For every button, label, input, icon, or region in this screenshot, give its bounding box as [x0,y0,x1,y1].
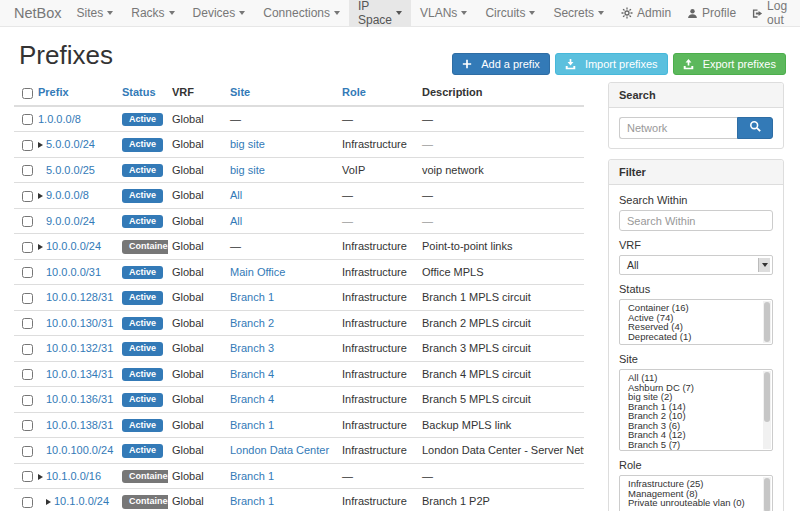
navbar-right-items: AdminProfileLog out [613,0,800,26]
site-link[interactable]: big site [230,164,265,176]
site-link[interactable]: All [230,215,242,227]
export-prefixes-button[interactable]: Export prefixes [673,53,786,75]
prefix-link[interactable]: 1.0.0.0/8 [38,113,81,125]
column-header-prefix[interactable]: Prefix [34,82,118,106]
description-value: — [422,113,433,125]
scrollbar-thumb[interactable] [764,372,770,422]
role-filter-listbox[interactable]: Infrastructure (25)Management (8)Private… [619,475,773,511]
vrf-value: Global [172,138,204,150]
role-value: — [342,189,353,201]
site-link[interactable]: Branch 2 [230,317,274,329]
status-badge: Active [122,368,163,382]
row-checkbox[interactable] [22,140,33,151]
nav-item-profile[interactable]: Profile [679,0,744,26]
row-checkbox[interactable] [22,293,33,304]
row-checkbox[interactable] [22,420,33,431]
row-checkbox[interactable] [22,446,33,457]
navbar-brand[interactable]: NetBox [0,0,68,26]
search-button[interactable] [737,117,773,139]
vrf-cell: Global [168,310,226,336]
site-link[interactable]: Branch 1 [230,470,274,482]
nav-item-racks[interactable]: Racks [122,0,183,26]
row-checkbox[interactable] [22,191,33,202]
site-link[interactable]: Branch 1 [230,495,274,507]
column-header-link[interactable]: Prefix [38,86,69,98]
listbox-option[interactable]: Private unrouteable vlan (0) [620,498,772,508]
site-link[interactable]: Main Office [230,266,285,278]
site-link[interactable]: London Data Center [230,444,329,456]
nav-item-vlans[interactable]: VLANs [411,0,476,26]
site-link[interactable]: Branch 1 [230,291,274,303]
nav-item-secrets[interactable]: Secrets [544,0,613,26]
nav-item-devices[interactable]: Devices [184,0,255,26]
scrollbar-thumb[interactable] [764,302,770,342]
listbox-scrollbar[interactable] [763,301,771,343]
nav-item-connections[interactable]: Connections [254,0,349,26]
scrollbar-thumb[interactable] [764,478,770,511]
prefix-link[interactable]: 10.1.0.0/24 [54,495,109,507]
nav-item-sites[interactable]: Sites [68,0,123,26]
row-checkbox[interactable] [22,242,33,253]
row-checkbox[interactable] [22,497,33,508]
add-a-prefix-button[interactable]: Add a prefix [452,53,550,75]
listbox-scrollbar[interactable] [763,371,771,449]
row-checkbox[interactable] [22,318,33,329]
description-cell: Branch 3 MPLS circuit [418,336,584,362]
column-header-role[interactable]: Role [338,82,418,106]
prefix-link[interactable]: 9.0.0.0/8 [46,189,89,201]
nav-item-circuits[interactable]: Circuits [476,0,544,26]
prefix-link[interactable]: 10.0.0.136/31 [46,393,113,405]
table-row: 9.0.0.0/24ActiveGlobalAll—— [14,208,584,234]
column-header-status[interactable]: Status [118,82,168,106]
prefix-link[interactable]: 10.0.0.128/31 [46,291,113,303]
description-cell: Branch 2 MPLS circuit [418,310,584,336]
prefix-link[interactable]: 10.0.0.130/31 [46,317,113,329]
search-within-input[interactable] [619,210,773,231]
row-checkbox[interactable] [22,216,33,227]
status-filter-listbox[interactable]: Container (16)Active (74)Reserved (4)Dep… [619,299,773,345]
column-header-link[interactable]: Status [122,86,156,98]
nav-item-ip-space[interactable]: IP Space [349,0,411,26]
status-cell: Active [118,412,168,438]
site-link[interactable]: Branch 4 [230,393,274,405]
column-header-link[interactable]: Role [342,86,366,98]
row-checkbox[interactable] [22,395,33,406]
column-header-link[interactable]: Site [230,86,250,98]
row-checkbox[interactable] [22,114,33,125]
site-link[interactable]: All [230,189,242,201]
nav-item-log-out[interactable]: Log out [744,0,795,26]
site-link[interactable]: Branch 4 [230,368,274,380]
status-cell: Active [118,285,168,311]
select-all-checkbox[interactable] [22,88,33,99]
column-header-site[interactable]: Site [226,82,338,106]
prefix-link[interactable]: 10.0.0.134/31 [46,368,113,380]
site-filter-listbox[interactable]: All (11)Ashburn DC (7)big site (2)Branch… [619,369,773,451]
prefix-link[interactable]: 5.0.0.0/24 [46,138,95,150]
search-panel-title: Search [609,83,783,108]
prefix-link[interactable]: 10.0.0.0/31 [46,266,101,278]
search-input[interactable] [619,117,737,139]
prefix-link[interactable]: 5.0.0.0/25 [46,164,95,176]
prefix-link[interactable]: 10.0.0.0/24 [46,240,101,252]
vrf-select[interactable]: All [619,255,773,275]
row-checkbox[interactable] [22,369,33,380]
site-link[interactable]: Branch 1 [230,419,274,431]
nav-item-admin[interactable]: Admin [613,0,679,26]
site-link[interactable]: big site [230,138,265,150]
listbox-scrollbar[interactable] [763,477,771,511]
prefix-link[interactable]: 10.0.0.132/31 [46,342,113,354]
row-checkbox[interactable] [22,471,33,482]
status-badge: Active [122,164,163,178]
row-checkbox[interactable] [22,267,33,278]
site-link[interactable]: Branch 3 [230,342,274,354]
prefix-link[interactable]: 10.0.100.0/24 [46,444,113,456]
listbox-option[interactable]: Deprecated (1) [620,332,772,342]
import-prefixes-button[interactable]: Import prefixes [555,53,668,75]
prefix-link[interactable]: 10.1.0.0/16 [46,470,101,482]
listbox-option[interactable]: COLO-1-01 (3) [620,449,772,451]
prefix-link[interactable]: 9.0.0.0/24 [46,215,95,227]
row-checkbox[interactable] [22,165,33,176]
row-checkbox[interactable] [22,344,33,355]
prefix-link[interactable]: 10.0.0.138/31 [46,419,113,431]
description-value: — [422,189,433,201]
